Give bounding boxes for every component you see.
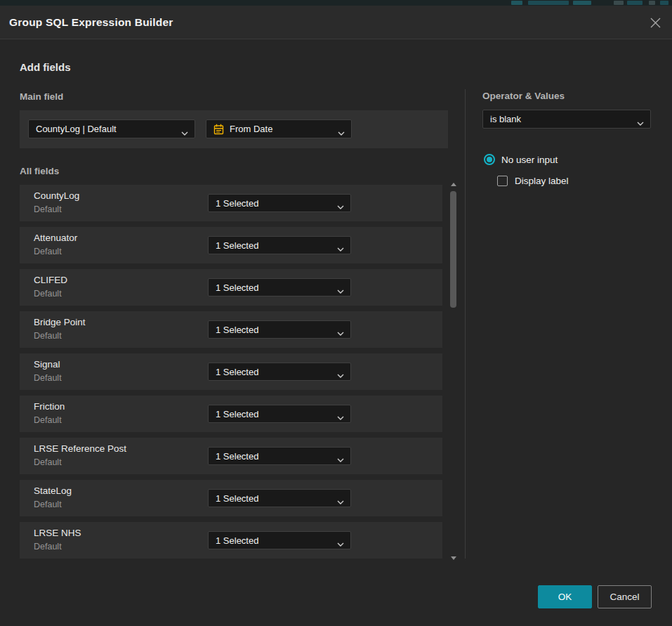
no-user-input-label: No user input	[501, 155, 558, 165]
field-subtitle: Default	[34, 331, 62, 341]
field-selection-value: 1 Selected	[216, 325, 258, 335]
field-row[interactable]: Attenuator Default 1 Selected	[20, 227, 442, 263]
field-selection-value: 1 Selected	[216, 198, 258, 209]
field-selection-dropdown[interactable]: 1 Selected	[208, 447, 351, 465]
chevron-down-icon	[337, 201, 344, 211]
header-divider	[0, 39, 672, 39]
field-subtitle: Default	[34, 247, 62, 256]
chevron-down-icon	[337, 496, 344, 507]
dialog-header: Group SQL Expression Builder	[0, 6, 672, 39]
dialog-title: Group SQL Expression Builder	[9, 6, 173, 39]
chevron-down-icon	[637, 117, 644, 128]
field-name: LRSE NHS	[34, 528, 81, 538]
field-row[interactable]: LRSE Reference Post Default 1 Selected	[20, 438, 442, 474]
field-subtitle: Default	[34, 373, 62, 383]
field-row[interactable]: CLIFED Default 1 Selected	[20, 269, 442, 306]
field-selection-value: 1 Selected	[216, 367, 258, 377]
field-selection-dropdown[interactable]: 1 Selected	[208, 363, 351, 381]
backdrop-fragment	[649, 1, 655, 5]
backdrop-fragment	[627, 1, 643, 5]
field-row[interactable]: Friction Default 1 Selected	[20, 396, 442, 432]
chevron-down-icon	[337, 454, 344, 464]
chevron-down-icon	[337, 538, 344, 549]
field-selection-value: 1 Selected	[216, 282, 258, 293]
field-subtitle: Default	[34, 415, 62, 425]
field-selection-value: 1 Selected	[216, 493, 258, 504]
field-subtitle: Default	[34, 204, 62, 214]
field-selection-dropdown[interactable]: 1 Selected	[208, 489, 351, 507]
ok-button[interactable]: OK	[538, 585, 592, 608]
chevron-down-icon	[338, 127, 345, 138]
display-label-option[interactable]: Display label	[497, 176, 569, 186]
field-name: Friction	[34, 401, 65, 412]
scrollbar-thumb[interactable]	[450, 191, 456, 308]
main-field-source-value: CountyLog | Default	[36, 124, 117, 134]
scroll-up-arrow[interactable]	[450, 181, 457, 187]
calendar-icon	[213, 124, 224, 135]
chevron-down-icon	[337, 243, 344, 254]
operator-value: is blank	[490, 114, 521, 124]
backdrop-fragment	[511, 1, 522, 5]
field-name: CLIFED	[34, 275, 67, 285]
operator-dropdown[interactable]: is blank	[482, 110, 651, 129]
field-selection-dropdown[interactable]: 1 Selected	[208, 320, 351, 339]
close-button[interactable]	[647, 15, 663, 30]
field-selection-value: 1 Selected	[216, 240, 258, 251]
operator-values-heading: Operator & Values	[482, 91, 565, 101]
chevron-down-icon	[337, 285, 344, 296]
backdrop-app-strip	[0, 0, 672, 6]
display-label-checkbox[interactable]	[497, 176, 508, 186]
field-selection-value: 1 Selected	[216, 535, 258, 546]
backdrop-fragment	[660, 1, 668, 5]
field-name: LRSE Reference Post	[34, 443, 126, 454]
field-row[interactable]: StateLog Default 1 Selected	[20, 480, 442, 516]
main-field-label: Main field	[20, 91, 63, 102]
field-selection-value: 1 Selected	[216, 451, 258, 462]
chevron-down-icon	[181, 127, 188, 138]
field-row[interactable]: Signal Default 1 Selected	[20, 353, 442, 390]
field-subtitle: Default	[34, 542, 62, 552]
all-fields-list: CountyLog Default 1 Selected Attenuator …	[20, 185, 442, 564]
add-fields-heading: Add fields	[20, 61, 71, 73]
field-row[interactable]: CountyLog Default 1 Selected	[20, 185, 442, 221]
all-fields-label: All fields	[20, 166, 59, 176]
field-name: Attenuator	[34, 233, 77, 243]
field-name: CountyLog	[34, 190, 79, 201]
chevron-down-icon	[337, 370, 344, 380]
backdrop-fragment	[573, 1, 591, 5]
display-label-text: Display label	[515, 176, 569, 186]
backdrop-fragment	[614, 1, 624, 5]
no-user-input-option[interactable]: No user input	[484, 154, 558, 165]
field-row[interactable]: Bridge Point Default 1 Selected	[20, 311, 442, 348]
field-name: Bridge Point	[34, 317, 86, 327]
scroll-down-arrow[interactable]	[450, 555, 457, 561]
field-subtitle: Default	[34, 500, 62, 509]
cancel-button[interactable]: Cancel	[598, 585, 652, 608]
main-field-date-value: From Date	[230, 124, 272, 134]
main-field-date-dropdown[interactable]: From Date	[206, 119, 352, 138]
field-selection-dropdown[interactable]: 1 Selected	[208, 236, 351, 254]
panel-divider	[465, 89, 466, 559]
field-selection-dropdown[interactable]: 1 Selected	[208, 194, 351, 212]
chevron-down-icon	[337, 327, 344, 338]
main-field-panel: CountyLog | Default From Date	[20, 110, 448, 148]
field-selection-value: 1 Selected	[216, 409, 258, 419]
main-field-source-dropdown[interactable]: CountyLog | Default	[28, 119, 195, 138]
field-subtitle: Default	[34, 457, 62, 467]
field-name: Signal	[34, 359, 60, 370]
close-icon	[650, 17, 661, 29]
field-selection-dropdown[interactable]: 1 Selected	[208, 405, 351, 423]
chevron-down-icon	[337, 412, 344, 422]
field-selection-dropdown[interactable]: 1 Selected	[208, 531, 351, 549]
field-subtitle: Default	[34, 289, 62, 299]
field-name: StateLog	[34, 485, 72, 496]
field-selection-dropdown[interactable]: 1 Selected	[208, 278, 351, 296]
field-row[interactable]: LRSE NHS Default 1 Selected	[20, 522, 442, 559]
backdrop-fragment	[528, 1, 569, 5]
no-user-input-radio[interactable]	[484, 154, 495, 165]
